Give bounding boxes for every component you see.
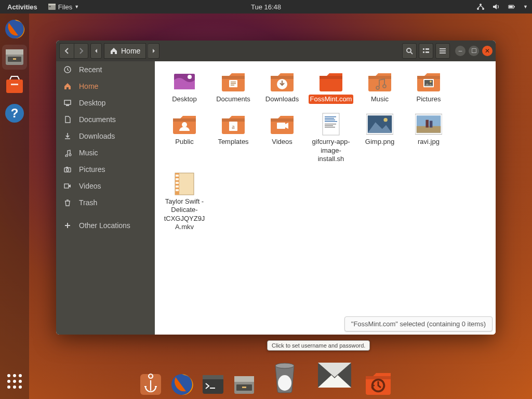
clock[interactable]: Tue 16:48	[251, 3, 281, 11]
file-item[interactable]: ravi.jpg	[404, 109, 453, 167]
svg-rect-53	[271, 118, 294, 122]
svg-rect-73	[176, 175, 179, 177]
svg-point-47	[430, 81, 432, 83]
file-item[interactable]: Taylor Swift - Delicate-tCXGJQYZ9JA.mkv	[160, 169, 209, 235]
sidebar-item-downloads[interactable]: Downloads	[56, 128, 155, 144]
path-back-button[interactable]	[90, 43, 102, 59]
status-bar: "FossMint.com" selected (containing 0 it…	[344, 316, 493, 331]
file-grid[interactable]: DesktopDocumentsDownloadsFossMint.comMus…	[155, 61, 496, 335]
dock-backup-icon[interactable]	[362, 365, 395, 398]
file-label: Downloads	[264, 95, 300, 104]
svg-rect-86	[242, 387, 246, 388]
sidebar-item-documents[interactable]: Documents	[56, 111, 155, 128]
files-icon[interactable]	[2, 45, 27, 70]
tooltip: Click to set username and password.	[267, 340, 370, 351]
file-thumb	[366, 112, 393, 136]
file-item[interactable]: gifcurry-app-image-install.sh	[307, 109, 355, 167]
file-thumb	[269, 70, 296, 94]
sidebar-item-recent[interactable]: Recent	[56, 61, 155, 78]
forward-button[interactable]	[74, 43, 88, 59]
file-item[interactable]: Desktop	[160, 66, 209, 107]
sidebar: RecentHomeDesktopDocumentsDownloadsMusic…	[56, 61, 155, 335]
sidebar-item-other-locations[interactable]: Other Locations	[56, 217, 155, 234]
breadcrumb-label: Home	[121, 47, 140, 55]
volume-icon[interactable]	[492, 3, 500, 11]
svg-rect-25	[440, 52, 446, 54]
launcher: ?	[0, 14, 29, 399]
sidebar-item-label: Downloads	[79, 132, 115, 140]
close-button[interactable]: ✕	[482, 46, 493, 56]
maximize-button[interactable]: ☐	[469, 46, 479, 56]
software-icon[interactable]	[2, 73, 27, 98]
network-icon[interactable]	[476, 3, 485, 11]
svg-rect-81	[203, 375, 223, 379]
file-label: Templates	[216, 137, 250, 147]
svg-point-3	[477, 8, 479, 10]
svg-point-79	[171, 374, 192, 395]
hamburger-button[interactable]	[435, 43, 450, 59]
sidebar-item-label: Documents	[79, 115, 116, 124]
dock	[137, 352, 395, 398]
activities-button[interactable]: Activities	[4, 3, 41, 11]
svg-rect-7	[514, 6, 515, 7]
titlebar: Home – ☐ ✕	[56, 41, 496, 61]
svg-rect-14	[6, 79, 23, 93]
sidebar-item-home[interactable]: Home	[56, 78, 155, 95]
dock-mail-icon[interactable]	[312, 352, 357, 398]
svg-rect-21	[423, 51, 424, 53]
battery-icon[interactable]	[508, 3, 516, 11]
files-app-menu[interactable]: Files ▼	[48, 3, 79, 11]
dock-firefox-icon[interactable]	[168, 371, 195, 398]
sidebar-item-label: Desktop	[79, 99, 105, 107]
file-item[interactable]: FossMint.com	[307, 66, 355, 107]
file-item[interactable]: aTemplates	[209, 109, 258, 167]
file-thumb	[317, 70, 344, 94]
dock-trash-icon[interactable]	[262, 352, 308, 398]
file-item[interactable]: Public	[160, 109, 209, 167]
file-item[interactable]: Gimp.png	[355, 109, 404, 167]
file-item[interactable]: Music	[355, 66, 404, 107]
svg-rect-11	[6, 49, 23, 55]
files-menu-label: Files	[58, 3, 72, 11]
list-icon	[422, 47, 430, 55]
hamburger-icon	[438, 47, 447, 55]
system-tray[interactable]: ▼	[476, 3, 528, 11]
svg-rect-50	[222, 118, 245, 122]
home-icon	[110, 47, 118, 55]
sidebar-item-desktop[interactable]: Desktop	[56, 95, 155, 111]
dock-files-icon[interactable]	[231, 371, 258, 398]
search-icon	[405, 47, 414, 55]
file-item[interactable]: Pictures	[404, 66, 453, 107]
svg-rect-22	[425, 51, 429, 53]
file-item[interactable]: Videos	[258, 109, 307, 167]
sidebar-item-label: Pictures	[79, 165, 105, 174]
svg-text:?: ?	[11, 106, 19, 120]
svg-rect-24	[440, 50, 446, 51]
sidebar-item-videos[interactable]: Videos	[56, 178, 155, 194]
clock-icon	[63, 65, 73, 74]
file-label: Videos	[270, 137, 294, 147]
search-button[interactable]	[402, 43, 417, 59]
show-applications-icon[interactable]	[2, 369, 27, 394]
minimize-button[interactable]: –	[455, 46, 466, 56]
breadcrumb-home[interactable]: Home	[104, 43, 146, 59]
sidebar-item-trash[interactable]: Trash	[56, 194, 155, 211]
view-list-button[interactable]	[419, 43, 433, 59]
svg-rect-42	[320, 76, 342, 79]
file-thumb	[171, 70, 198, 94]
dock-terminal-icon[interactable]	[200, 371, 227, 398]
nautilus-window: Home – ☐ ✕ RecentHomeDesktopDocumentsDow…	[56, 41, 496, 335]
svg-rect-56	[325, 116, 336, 117]
file-item[interactable]: Documents	[209, 66, 258, 107]
svg-rect-32	[64, 184, 69, 188]
dock-anchor-icon[interactable]	[137, 371, 164, 398]
back-button[interactable]	[59, 43, 74, 59]
file-label: Music	[369, 95, 390, 104]
file-item[interactable]: Downloads	[258, 66, 307, 107]
trash-icon	[63, 198, 73, 207]
firefox-icon[interactable]	[2, 17, 27, 42]
path-forward-button[interactable]	[148, 43, 159, 59]
sidebar-item-pictures[interactable]: Pictures	[56, 161, 155, 178]
sidebar-item-music[interactable]: Music	[56, 144, 155, 161]
help-icon[interactable]: ?	[2, 101, 27, 126]
